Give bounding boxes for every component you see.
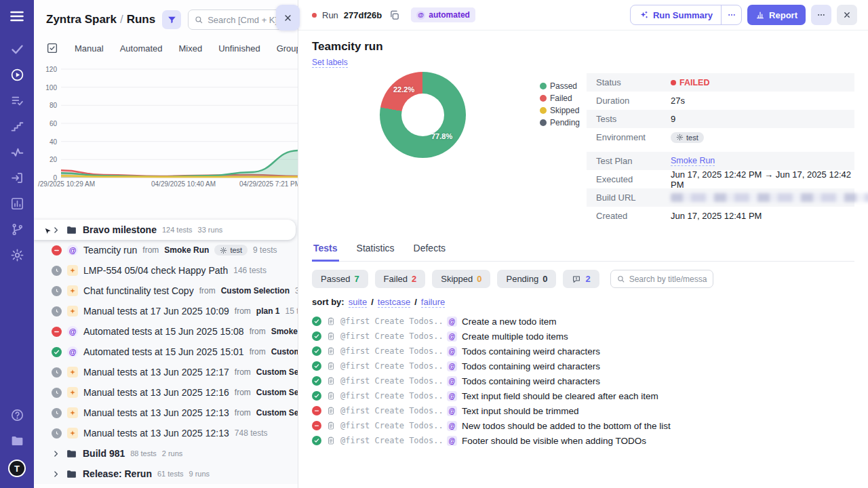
run-list-item[interactable]: Manual tests at 13 Jun 2025 12:13748 tes… xyxy=(34,423,298,443)
runs-folder-row[interactable]: Build 98188 tests2 runs xyxy=(34,443,298,464)
chevron-right-icon[interactable] xyxy=(52,226,60,235)
sort-by-failure[interactable]: failure xyxy=(421,297,445,308)
run-list-item[interactable]: @Automated tests at 15 Jun 2025 15:08fro… xyxy=(34,321,298,342)
run-details-table: StatusFAILEDDuration27sTests9Environment… xyxy=(587,73,854,225)
branch-icon[interactable] xyxy=(10,222,24,237)
tests-search-input[interactable] xyxy=(629,274,707,284)
trend-x-axis: /29/2025 10:29 AM04/29/2025 10:40 AM04/2… xyxy=(61,180,298,190)
test-status-passed-icon xyxy=(312,317,321,326)
tests-search-box[interactable] xyxy=(610,270,713,288)
run-source[interactable]: Custom Selection xyxy=(256,388,298,397)
select-runs-icon[interactable] xyxy=(46,42,58,54)
set-labels-link[interactable]: Set labels xyxy=(312,58,348,68)
comments-filter-chip[interactable]: 2 xyxy=(563,270,599,288)
test-suite-path: @first Create Todos... xyxy=(340,391,442,401)
run-source[interactable]: Smoke Run xyxy=(164,245,209,255)
activity-icon[interactable] xyxy=(10,145,24,159)
play-circle-icon[interactable] xyxy=(10,68,24,82)
steps-icon[interactable] xyxy=(10,119,24,134)
more-actions-button[interactable] xyxy=(811,5,831,25)
run-list-item[interactable]: Manual tests at 13 Jun 2025 12:13fromCus… xyxy=(34,403,298,423)
run-source[interactable]: Custom Selection xyxy=(221,286,290,296)
run-list-item[interactable]: @Teamcity runfromSmoke Runtest9 tests xyxy=(34,240,298,260)
chevron-right-icon[interactable] xyxy=(52,470,60,479)
passed-filter-chip[interactable]: Passed7 xyxy=(312,270,368,288)
help-icon[interactable] xyxy=(10,408,24,422)
detail-value: 9 xyxy=(671,114,675,124)
app-logo[interactable]: T xyxy=(8,460,26,477)
sort-label: sort by: xyxy=(312,297,344,307)
detail-label: Environment xyxy=(587,132,671,142)
legend-dot xyxy=(540,95,547,102)
test-row[interactable]: @first Create Todos...@New todos should … xyxy=(312,418,854,433)
automated-test-icon: @ xyxy=(447,317,457,327)
runs-folder-row[interactable]: Bravo milestone124 tests33 runs xyxy=(34,220,296,240)
run-list-item[interactable]: Manual tests at 13 Jun 2025 12:16fromCus… xyxy=(34,382,298,403)
automated-icon: @ xyxy=(416,11,425,20)
runs-tab-unfinished[interactable]: Unfinished xyxy=(218,43,260,54)
panel-close-button[interactable] xyxy=(276,5,300,30)
tab-defects[interactable]: Defects xyxy=(412,237,447,261)
filter-button[interactable] xyxy=(162,10,181,29)
breadcrumb-project[interactable]: Zyntra Spark xyxy=(46,13,117,26)
detail-row-status: StatusFAILED xyxy=(587,73,854,92)
run-list-item[interactable]: Manual tests at 13 Jun 2025 12:17fromCus… xyxy=(34,362,298,382)
ellipsis-icon xyxy=(727,10,736,20)
test-plan-link[interactable]: Smoke Run xyxy=(671,156,715,166)
runs-tab-groups[interactable]: Groups xyxy=(277,43,298,54)
test-row[interactable]: @first Create Todos...@Text input field … xyxy=(312,388,854,403)
bar-chart-icon[interactable] xyxy=(10,197,24,211)
automated-badge[interactable]: @ automated xyxy=(411,7,475,22)
failed-filter-chip[interactable]: Failed2 xyxy=(375,270,426,288)
runs-tab-mixed[interactable]: Mixed xyxy=(179,43,203,54)
run-summary-more-button[interactable] xyxy=(721,5,741,24)
sign-in-icon[interactable] xyxy=(10,171,24,185)
runs-search-input[interactable] xyxy=(208,15,286,25)
runs-tab-manual[interactable]: Manual xyxy=(75,43,104,54)
run-source[interactable]: Custom Selection xyxy=(271,347,298,357)
folder-runs-count: 2 runs xyxy=(162,449,183,458)
run-source[interactable]: Custom Selection xyxy=(256,367,298,377)
pending-filter-chip[interactable]: Pending0 xyxy=(497,270,556,288)
run-list-item[interactable]: LMP-554 05/04 check Happy Path146 tests xyxy=(34,260,298,281)
chevron-right-icon[interactable] xyxy=(52,449,60,458)
test-row[interactable]: @first Create Todos...@Todos containing … xyxy=(312,344,854,359)
test-row[interactable]: @first Create Todos...@Todos containing … xyxy=(312,373,854,388)
legend-dot xyxy=(540,119,547,126)
folder-icon[interactable] xyxy=(10,434,24,448)
test-row[interactable]: @first Create Todos...@Todos containing … xyxy=(312,359,854,373)
runs-tab-automated[interactable]: Automated xyxy=(120,43,163,54)
gear-icon[interactable] xyxy=(10,248,24,262)
test-title: Create a new todo item xyxy=(462,317,557,327)
list-check-icon[interactable] xyxy=(10,94,24,108)
close-run-button[interactable] xyxy=(837,5,857,25)
test-row[interactable]: @first Create Todos...@Create multiple t… xyxy=(312,329,854,344)
sidebar-nav xyxy=(10,42,24,262)
run-source[interactable]: plan 1 xyxy=(256,306,280,316)
test-row[interactable]: @first Create Todos...@Text input should… xyxy=(312,403,854,418)
test-row[interactable]: @first Create Todos...@Footer should be … xyxy=(312,433,854,448)
report-button[interactable]: Report xyxy=(747,5,806,25)
run-list-item[interactable]: Manual tests at 17 Jun 2025 10:09frompla… xyxy=(34,301,298,321)
test-row[interactable]: @first Create Todos...@Create a new todo… xyxy=(312,314,854,329)
runs-folder-row[interactable]: Release: Rerun61 tests9 runs xyxy=(34,464,298,484)
run-source[interactable]: Smoke Run xyxy=(271,327,298,336)
run-from-label: from xyxy=(235,367,251,377)
sort-by-suite[interactable]: suite xyxy=(349,297,367,308)
tab-statistics[interactable]: Statistics xyxy=(355,237,396,261)
detail-value: test xyxy=(671,132,704,143)
runs-panel-header: Zyntra Spark/Runs xyxy=(34,0,298,30)
tab-tests[interactable]: Tests xyxy=(312,237,339,262)
skipped-filter-chip[interactable]: Skipped0 xyxy=(432,270,490,288)
run-summary-button[interactable]: Run Summary xyxy=(630,5,742,25)
copy-icon[interactable] xyxy=(389,9,400,21)
check-icon[interactable] xyxy=(10,42,24,56)
run-list-item[interactable]: Chat functinality test CopyfromCustom Se… xyxy=(34,281,298,301)
sort-by-testcase[interactable]: testcase xyxy=(378,297,410,308)
run-source[interactable]: Custom Selection xyxy=(256,408,298,418)
menu-icon[interactable] xyxy=(9,8,25,24)
test-title: Todos containing weird characters xyxy=(462,361,600,371)
run-tests-count: 39 tests xyxy=(295,286,298,296)
run-list-item[interactable]: @Automated tests at 15 Jun 2025 15:01fro… xyxy=(34,342,298,362)
test-status-failed-icon xyxy=(312,406,321,415)
